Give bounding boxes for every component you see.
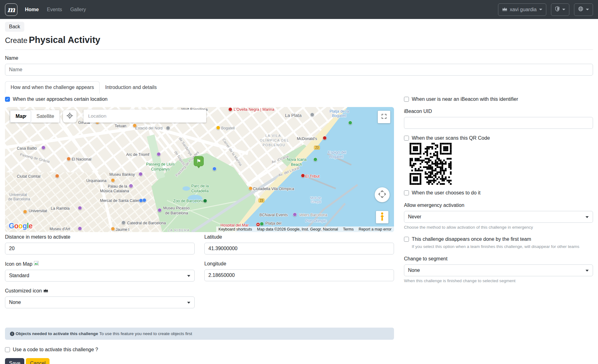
map-fullscreen-button[interactable] bbox=[378, 111, 390, 123]
map-label: Nova Icaria bbox=[287, 158, 306, 162]
nav-link-gallery[interactable]: Gallery bbox=[70, 7, 86, 12]
cancel-button[interactable]: Cancel bbox=[26, 358, 50, 364]
map-poi-icon[interactable] bbox=[301, 174, 305, 178]
disappear-checkbox-row[interactable]: This challenge disappears once done by t… bbox=[404, 236, 593, 242]
my-location-button[interactable] bbox=[63, 110, 77, 123]
back-button[interactable]: Back bbox=[5, 22, 24, 32]
map-poi-icon[interactable] bbox=[111, 227, 115, 231]
chevron-down-icon bbox=[539, 9, 542, 10]
map-poi-icon[interactable] bbox=[249, 186, 253, 190]
longitude-input[interactable] bbox=[204, 269, 394, 281]
map-label: Universitat bbox=[29, 209, 47, 213]
map-poi-icon[interactable] bbox=[157, 152, 161, 156]
map-poi-icon[interactable] bbox=[41, 146, 45, 150]
map-poi-icon[interactable] bbox=[55, 174, 59, 178]
map-poi-icon[interactable]: ♪ bbox=[129, 184, 133, 188]
map-poi-icon[interactable] bbox=[67, 157, 71, 161]
use-code-checkbox[interactable] bbox=[5, 347, 10, 352]
icon-on-map-select[interactable]: Standard bbox=[5, 270, 195, 282]
map-label: Parc de la bbox=[191, 184, 209, 189]
approach-location-checkbox-row[interactable]: When the user approaches certain locatio… bbox=[5, 96, 394, 102]
map-poi-icon[interactable] bbox=[216, 126, 220, 130]
emergency-select[interactable]: Never bbox=[404, 211, 593, 223]
emergency-value: Never bbox=[408, 214, 421, 220]
customized-icon-select[interactable]: None bbox=[5, 296, 195, 308]
google-map[interactable]: Casa BatllóPasseig de GràciaEl NacionalC… bbox=[5, 107, 394, 232]
language-menu-button[interactable] bbox=[574, 3, 593, 16]
map-poi-icon[interactable] bbox=[78, 226, 82, 231]
map-poi-icon[interactable]: H bbox=[256, 222, 260, 226]
map-poi-icon[interactable] bbox=[23, 210, 27, 214]
map-poi-icon[interactable] bbox=[121, 221, 126, 225]
map-label: Urquinaona bbox=[86, 179, 107, 183]
app-logo[interactable]: m bbox=[5, 3, 17, 16]
ibeacon-checkbox-row[interactable]: When user is near an iBeacon with this i… bbox=[404, 96, 593, 102]
map-poi-icon[interactable] bbox=[111, 178, 115, 182]
google-logo-letter: o bbox=[14, 222, 18, 230]
map-poi-icon[interactable] bbox=[203, 199, 207, 203]
map-poi-icon[interactable] bbox=[323, 136, 327, 140]
map-location-search-input[interactable] bbox=[83, 110, 206, 123]
map-poi-icon[interactable] bbox=[139, 198, 143, 203]
name-input[interactable] bbox=[5, 64, 593, 76]
qr-checkbox-row[interactable]: When the user scans this QR Code bbox=[404, 135, 593, 141]
map-type-satellite-button[interactable]: Satellite bbox=[31, 110, 59, 123]
map-label: El Tribut bbox=[305, 175, 320, 179]
customized-icon-value: None bbox=[9, 300, 21, 305]
use-code-checkbox-row[interactable]: Use a code to activate this challenge ? bbox=[5, 347, 394, 352]
map-type-map-button[interactable]: Map bbox=[10, 110, 31, 123]
chooses-checkbox[interactable] bbox=[404, 190, 409, 195]
tab-how-and-when[interactable]: How and when the challenge appears bbox=[5, 81, 100, 94]
map-poi-icon[interactable] bbox=[139, 172, 143, 176]
distance-input[interactable] bbox=[5, 243, 195, 254]
ibeacon-checkbox[interactable] bbox=[404, 97, 409, 102]
approach-location-checkbox[interactable] bbox=[5, 97, 10, 102]
map-label: Velers Barcelona bbox=[299, 213, 327, 217]
qr-checkbox[interactable] bbox=[404, 136, 409, 141]
chooses-checkbox-row[interactable]: When the user chooses to do it bbox=[404, 190, 593, 196]
report-map-error-link[interactable]: Report a map error bbox=[358, 227, 392, 231]
map-label: LA VILA bbox=[265, 134, 281, 138]
segment-select[interactable]: None bbox=[404, 264, 593, 276]
map-label: Bogatell bbox=[221, 126, 235, 130]
nav-link-home[interactable]: Home bbox=[25, 7, 39, 12]
page-title-main: Physical Activity bbox=[29, 35, 100, 45]
latitude-input[interactable] bbox=[204, 243, 394, 254]
tab-introduction-details[interactable]: Introduction and details bbox=[100, 81, 162, 94]
chevron-down-icon bbox=[586, 9, 589, 10]
roles-menu-button[interactable] bbox=[551, 3, 569, 16]
map-poi-icon[interactable] bbox=[166, 126, 170, 130]
google-logo-letter: o bbox=[18, 222, 23, 230]
map-poi-icon[interactable] bbox=[133, 124, 137, 128]
map-poi-icon[interactable] bbox=[158, 208, 162, 212]
google-logo-letter: G bbox=[9, 222, 14, 230]
map-label: Tetuan bbox=[115, 124, 126, 128]
disappear-checkbox[interactable] bbox=[404, 237, 409, 242]
save-button[interactable]: Save bbox=[5, 358, 24, 364]
map-poi-icon[interactable] bbox=[348, 121, 352, 125]
map-pan-button[interactable] bbox=[375, 187, 390, 202]
divider bbox=[5, 49, 593, 50]
terms-link[interactable]: Terms bbox=[343, 227, 354, 231]
map-label: OLÍMPICA DEL bbox=[260, 138, 289, 142]
map-label: Platja del bbox=[265, 222, 281, 226]
map-flag-marker[interactable] bbox=[194, 156, 204, 166]
map-label: Museu Banksy bbox=[109, 173, 135, 177]
map-poi-icon[interactable] bbox=[293, 212, 297, 217]
map-poi-icon[interactable] bbox=[228, 107, 232, 111]
map-poi-icon[interactable] bbox=[78, 206, 82, 210]
emergency-help: Choose the method to allow activation of… bbox=[404, 225, 593, 230]
map-poi-icon[interactable] bbox=[260, 222, 264, 226]
nav-link-events[interactable]: Events bbox=[47, 7, 62, 12]
map-poi-icon[interactable] bbox=[212, 167, 216, 171]
map-poi-icon[interactable] bbox=[313, 157, 317, 161]
user-menu-button[interactable]: xavi guardia bbox=[498, 3, 546, 16]
globe-icon bbox=[578, 6, 583, 13]
keyboard-shortcuts-link[interactable]: Keyboard shortcuts bbox=[219, 227, 252, 231]
street-view-pegman-button[interactable] bbox=[376, 211, 388, 223]
map-poi-icon[interactable] bbox=[310, 113, 314, 117]
map-label: Espigó del bbox=[328, 151, 346, 155]
ibeacon-uid-input[interactable] bbox=[404, 117, 593, 129]
map-label: de Barcelona bbox=[8, 197, 30, 201]
map-label: Jaume I bbox=[116, 228, 129, 232]
